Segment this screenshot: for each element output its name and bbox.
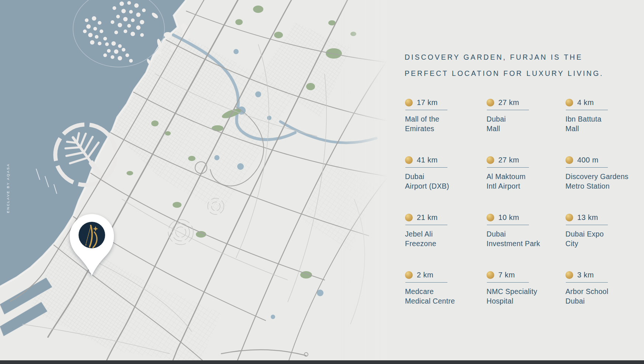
distance-value: 7 km [498,271,515,279]
distance-item-dubai-mall: 27 km Dubai Mall [487,98,565,156]
distance-item-jebel-ali-freezone: 21 km Jebel Ali Freezone [405,213,487,271]
brochure-page: ENCLAVE BY AQASA DISCOVERY GARDEN, FURJA… [0,0,644,364]
gold-dot-icon [565,156,573,164]
divider-rule [566,167,608,168]
divider-rule [405,225,447,225]
distance-item-dubai-investment-park: 10 km Dubai Investment Park [487,213,565,271]
dubai-map: ENCLAVE BY AQASA [0,0,398,364]
place-name: Dubai Expo City [565,229,644,248]
place-name: Dubai Airport (DXB) [405,172,487,191]
place-name: Dubai Investment Park [487,229,565,248]
distance-value: 21 km [417,213,437,222]
distance-value: 13 km [577,213,598,222]
place-name: Jebel Ali Freezone [405,229,487,248]
distance-value: 27 km [498,156,519,164]
distance-item-discovery-gardens-metro: 400 m Discovery Gardens Metro Station [565,156,644,213]
place-name: Discovery Gardens Metro Station [565,172,644,191]
distance-grid: 17 km Mall of the Emirates 27 km Dubai M… [405,98,644,328]
gold-dot-icon [565,214,573,221]
gold-dot-icon [405,99,413,106]
place-name: Medcare Medical Centre [405,287,487,306]
distance-value: 2 km [417,271,433,279]
distance-value: 4 km [577,98,594,107]
place-name: Arbor School Dubai [565,287,644,306]
divider-rule [487,110,529,110]
gold-dot-icon [405,156,413,164]
distance-value: 400 m [577,156,599,164]
distance-value: 3 km [577,271,594,279]
panel-title-line1: DISCOVERY GARDEN, FURJAN IS THE [405,49,622,65]
divider-rule [487,167,529,168]
divider-rule [487,282,529,283]
gold-dot-icon [487,99,494,106]
gold-dot-icon [405,214,413,221]
distance-item-al-maktoum-airport: 27 km Al Maktoum Intl Airport [487,156,565,213]
distance-item-arbor-school-dubai: 3 km Arbor School Dubai [565,271,644,328]
watermark-vertical-text: ENCLAVE BY AQASA [6,154,10,213]
distance-item-dubai-expo-city: 13 km Dubai Expo City [565,213,644,271]
distance-item-ibn-battuta-mall: 4 km Ibn Battuta Mall [565,98,644,156]
panel-title-line2: PERFECT LOCATION FOR LUXURY LIVING. [405,65,622,81]
place-name: NMC Speciality Hospital [487,287,565,306]
gold-dot-icon [405,271,413,279]
map-illustration [0,0,398,364]
panel-title: DISCOVERY GARDEN, FURJAN IS THE PERFECT … [405,49,622,81]
place-name: Mall of the Emirates [405,114,487,133]
distance-value: 10 km [498,213,519,222]
distance-item-medcare-medical-centre: 2 km Medcare Medical Centre [405,271,487,328]
distance-item-nmc-speciality-hospital: 7 km NMC Speciality Hospital [487,271,565,328]
bottom-edge-bar [0,360,644,364]
gold-dot-icon [487,214,494,221]
divider-rule [405,110,447,110]
gold-dot-icon [487,156,494,164]
place-name: Ibn Battuta Mall [565,114,644,133]
distance-value: 41 km [417,156,437,164]
divider-rule [405,167,447,168]
gold-dot-icon [487,271,494,279]
distance-item-mall-of-the-emirates: 17 km Mall of the Emirates [405,98,487,156]
divider-rule [566,110,608,110]
gold-dot-icon [565,271,573,279]
distance-value: 17 km [417,98,437,107]
divider-rule [566,282,608,283]
divider-rule [566,225,608,225]
gold-dot-icon [565,99,573,106]
distance-value: 27 km [498,98,519,107]
distance-item-dubai-airport: 41 km Dubai Airport (DXB) [405,156,487,213]
divider-rule [487,225,529,225]
place-name: Dubai Mall [487,114,565,133]
divider-rule [405,282,447,283]
distances-panel: DISCOVERY GARDEN, FURJAN IS THE PERFECT … [405,0,633,364]
place-name: Al Maktoum Intl Airport [487,172,565,191]
